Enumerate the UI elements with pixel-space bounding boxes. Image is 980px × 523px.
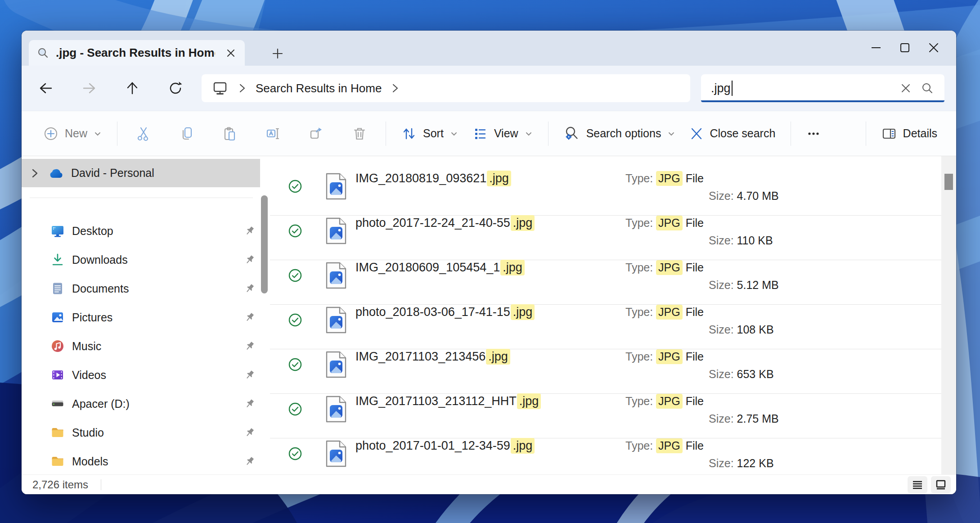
file-row[interactable]: photo_2017-12-24_21-40-55.jpg Type: JPG … [270, 215, 941, 260]
search-submit-icon[interactable] [917, 77, 938, 99]
chevron-down-icon [450, 130, 458, 138]
scrollbar-thumb[interactable] [944, 174, 953, 190]
tab-search-results[interactable]: .jpg - Search Results in Home [29, 40, 245, 66]
new-tab-button[interactable] [268, 44, 287, 63]
search-box[interactable]: .jpg [701, 74, 944, 102]
file-row[interactable]: IMG_20171103_213112_HHT.jpg Type: JPG Fi… [270, 393, 941, 438]
sync-ok-icon [288, 357, 302, 372]
folder-icon [50, 454, 65, 469]
sidebar-item-onedrive-personal[interactable]: David - Personal [22, 159, 260, 187]
delete-icon[interactable] [345, 119, 374, 148]
sidebar-item-label: Downloads [72, 253, 128, 266]
new-button[interactable]: New [36, 119, 109, 148]
details-pane-icon [881, 126, 897, 141]
file-row[interactable]: IMG_20180609_105454_1.jpg Type: JPG File… [270, 260, 941, 304]
chevron-down-icon [525, 130, 533, 138]
sidebar-divider [30, 198, 253, 198]
sidebar-item-music[interactable]: Music [22, 332, 260, 361]
thumbnail-view-toggle[interactable] [931, 476, 951, 493]
sidebar-item-label: Pictures [72, 311, 112, 324]
sidebar-item-desktop[interactable]: Desktop [22, 216, 260, 245]
file-row[interactable]: photo_2018-03-06_17-41-15.jpg Type: JPG … [270, 304, 941, 349]
file-name: IMG_20180819_093621.jpg [355, 170, 511, 186]
back-button[interactable] [33, 76, 58, 101]
close-search-label: Close search [710, 127, 775, 140]
sidebar-item-label: Music [72, 340, 101, 353]
tab-close-icon[interactable] [221, 44, 240, 63]
refresh-button[interactable] [163, 76, 188, 101]
file-list: IMG_20180819_093621.jpg Type: JPG File S… [270, 156, 941, 475]
file-size: Size: 110 KB [709, 232, 773, 248]
up-button[interactable] [120, 76, 145, 101]
close-search-button[interactable]: Close search [683, 119, 782, 148]
file-name: IMG_20171103_213112_HHT.jpg [355, 393, 541, 409]
paste-icon[interactable] [216, 119, 244, 148]
file-size: Size: 5.12 MB [709, 277, 779, 293]
details-button[interactable]: Details [874, 119, 944, 148]
clear-search-icon[interactable] [895, 77, 917, 99]
this-pc-icon[interactable] [211, 80, 229, 97]
tab-search-icon [37, 47, 49, 59]
search-input[interactable]: .jpg [711, 81, 895, 96]
match-highlight: JPG [656, 171, 683, 186]
sidebar-item-label: Videos [72, 369, 106, 382]
sync-ok-icon [288, 224, 302, 238]
close-button[interactable] [919, 35, 948, 60]
match-highlight: JPG [656, 438, 683, 453]
sidebar-item-videos[interactable]: Videos [22, 361, 260, 389]
see-more-button[interactable] [799, 119, 828, 148]
breadcrumb-chevron-icon[interactable] [237, 83, 247, 94]
file-size: Size: 2.75 MB [709, 410, 779, 427]
sidebar-item-studio[interactable]: Studio [22, 418, 260, 447]
file-type: Type: JPG File [625, 437, 704, 454]
minimize-button[interactable] [862, 35, 890, 60]
image-file-icon [326, 262, 346, 289]
file-row[interactable]: IMG_20180819_093621.jpg Type: JPG File S… [270, 171, 941, 215]
file-list-scrollbar[interactable] [941, 156, 956, 475]
copy-icon[interactable] [172, 119, 201, 148]
sidebar-item-models[interactable]: Models [22, 447, 260, 476]
toolbar-divider [791, 122, 791, 146]
sync-ok-icon [288, 313, 302, 327]
image-file-icon [326, 351, 346, 378]
file-row[interactable]: IMG_20171103_213456.jpg Type: JPG File S… [270, 349, 941, 393]
explorer-content: David - Personal Desktop Downloads Docum… [22, 156, 956, 475]
view-button[interactable]: View [465, 119, 540, 148]
address-bar[interactable]: Search Results in Home [202, 74, 690, 102]
sort-button[interactable]: Sort [394, 119, 465, 148]
expand-chevron-icon[interactable] [27, 166, 42, 181]
sidebar-item-documents[interactable]: Documents [22, 274, 260, 303]
tab-bar: .jpg - Search Results in Home [22, 31, 956, 66]
pin-icon [243, 282, 256, 295]
sort-label: Sort [423, 127, 444, 140]
chevron-down-icon [94, 130, 102, 138]
breadcrumb-chevron-icon[interactable] [390, 83, 400, 94]
share-icon[interactable] [302, 119, 331, 148]
search-options-icon [564, 126, 580, 142]
pin-icon [243, 225, 256, 237]
sidebar-item-downloads[interactable]: Downloads [22, 245, 260, 274]
sidebar-item-apacer-d[interactable]: Apacer (D:) [22, 389, 260, 418]
sidebar-item-pictures[interactable]: Pictures [22, 303, 260, 332]
file-size: Size: 122 KB [709, 455, 774, 471]
search-options-label: Search options [586, 127, 661, 140]
forward-button[interactable] [76, 76, 102, 101]
file-type: Type: JPG File [625, 304, 704, 320]
sidebar-scrollbar[interactable] [261, 195, 268, 293]
cut-icon[interactable] [129, 119, 158, 148]
search-options-button[interactable]: Search options [557, 119, 683, 148]
rename-icon[interactable] [259, 119, 288, 148]
match-highlight: .jpg [487, 171, 511, 186]
details-view-toggle[interactable] [908, 476, 927, 493]
image-file-icon [326, 217, 346, 244]
drive-icon [50, 397, 65, 411]
maximize-button[interactable] [890, 35, 919, 60]
view-toggles [908, 476, 951, 493]
onedrive-cloud-icon [49, 166, 65, 181]
image-file-icon [326, 173, 346, 200]
breadcrumb[interactable]: Search Results in Home [256, 81, 382, 95]
pin-icon [243, 253, 256, 266]
file-name: photo_2017-01-01_12-34-59.jpg [355, 437, 535, 454]
file-row[interactable]: photo_2017-01-01_12-34-59.jpg Type: JPG … [270, 438, 941, 475]
file-type: Type: JPG File [625, 393, 704, 409]
